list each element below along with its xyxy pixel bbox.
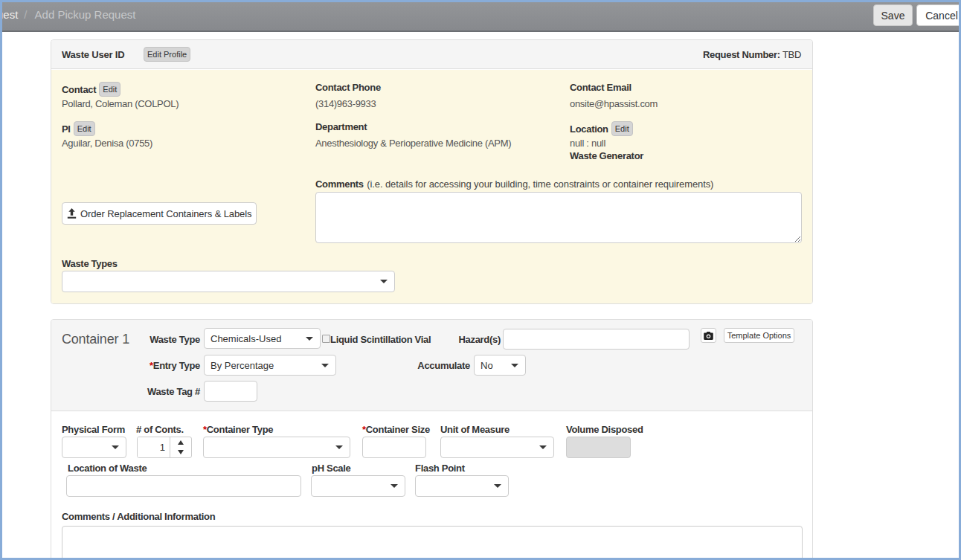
flash-point-label: Flash Point <box>415 463 465 474</box>
entry-type-value: By Percentage <box>205 360 321 371</box>
department-label: Department <box>315 121 367 132</box>
container-size-label: *Container Size <box>362 424 430 435</box>
location-label: Location <box>570 123 608 135</box>
contact-email-label: Contact Email <box>570 82 631 93</box>
camera-button[interactable] <box>701 328 716 343</box>
request-number: Request Number: TBD <box>703 49 801 60</box>
waste-type-value: Chemicals-Used <box>205 333 306 344</box>
spinner-up-button[interactable] <box>170 437 191 448</box>
entry-type-label-text: Entry Type <box>153 360 200 371</box>
panel-title: Waste User ID <box>62 49 124 60</box>
unit-of-measure-label: Unit of Measure <box>440 424 510 435</box>
contact-email-value: onsite@hpassist.com <box>570 98 658 109</box>
upload-arrow-shape <box>68 208 74 216</box>
waste-tag-label: Waste Tag # <box>126 386 200 397</box>
save-button[interactable]: Save <box>873 4 913 26</box>
location-edit-button[interactable]: Edit <box>611 121 633 136</box>
upload-icon <box>67 208 77 219</box>
waste-type-label: Waste Type <box>126 334 200 345</box>
location-of-waste-input[interactable] <box>66 475 301 497</box>
order-replacement-button[interactable]: Order Replacement Containers & Labels <box>62 202 257 225</box>
location-of-waste-label: Location of Waste <box>68 463 147 474</box>
upload-base-shape <box>68 217 76 219</box>
unit-of-measure-select[interactable] <box>440 437 554 458</box>
waste-types-label: Waste Types <box>62 258 118 269</box>
container-panel-heading: Container1 Waste Type Chemicals-Used Liq… <box>51 320 812 411</box>
waste-types-select[interactable] <box>62 271 395 292</box>
arrow-up-icon <box>178 440 184 445</box>
breadcrumb-separator: / <box>24 8 27 21</box>
spinner-down-button[interactable] <box>170 448 191 458</box>
hazards-input[interactable] <box>503 329 690 350</box>
comments-hint: (i.e. details for accessing your buildin… <box>367 178 713 190</box>
container-type-label-text: Container Type <box>207 424 273 435</box>
comments-additional-label: Comments / Additional Information <box>62 511 215 522</box>
chevron-down-icon <box>539 445 547 449</box>
chevron-down-icon <box>494 484 501 488</box>
entry-type-label: *Entry Type <box>126 360 200 371</box>
breadcrumb-previous[interactable]: uest <box>0 8 18 21</box>
flash-point-select[interactable] <box>415 475 509 497</box>
comments-label: Comments <box>315 178 364 190</box>
contact-label-row: ContactEdit <box>62 82 120 97</box>
waste-tag-input[interactable] <box>204 381 257 402</box>
request-number-value: TBD <box>782 49 801 60</box>
arrow-down-icon <box>178 450 184 454</box>
container-type-select[interactable] <box>203 437 350 458</box>
volume-disposed-label: Volume Disposed <box>566 424 643 435</box>
chevron-down-icon <box>511 364 518 367</box>
pi-value: Aguilar, Denisa (0755) <box>62 138 152 149</box>
breadcrumb-current: Add Pickup Request <box>35 8 136 21</box>
container-type-label: *Container Type <box>203 424 273 435</box>
cancel-button[interactable]: Cancel <box>916 4 961 26</box>
container-size-label-text: Container Size <box>366 424 430 435</box>
department-value: Anesthesiology & Perioperative Medicine … <box>315 138 511 149</box>
num-conts-input[interactable] <box>138 437 170 457</box>
accumulate-label: Accumulate <box>376 360 470 371</box>
edit-profile-button[interactable]: Edit Profile <box>144 47 190 62</box>
camera-shape <box>704 332 713 340</box>
physical-form-label: Physical Form <box>62 424 125 435</box>
comments-additional-textarea[interactable] <box>62 526 803 560</box>
num-conts-spinner[interactable] <box>137 437 192 458</box>
accumulate-value: No <box>475 360 511 371</box>
chevron-down-icon <box>335 445 343 449</box>
contact-edit-button[interactable]: Edit <box>99 82 120 97</box>
camera-icon <box>704 332 713 340</box>
template-options-button[interactable]: Template Options <box>724 328 794 343</box>
location-value: null : null <box>570 138 605 149</box>
spinner-arrows <box>170 437 191 457</box>
contact-label: Contact <box>62 84 96 95</box>
chevron-down-icon <box>112 445 119 449</box>
chevron-down-icon <box>390 484 398 488</box>
chevron-down-icon <box>321 364 329 367</box>
waste-generator-label: Waste Generator <box>570 150 643 161</box>
contact-phone-value: (314)963-9933 <box>315 98 376 109</box>
contact-phone-label: Contact Phone <box>315 82 381 93</box>
pi-edit-button[interactable]: Edit <box>74 121 95 136</box>
comments-textarea[interactable] <box>315 192 802 243</box>
entry-type-select[interactable]: By Percentage <box>204 355 336 376</box>
chevron-down-icon <box>306 337 313 341</box>
request-number-label: Request Number: <box>703 49 780 60</box>
accumulate-select[interactable]: No <box>474 355 526 376</box>
physical-form-select[interactable] <box>62 437 126 458</box>
ph-scale-select[interactable] <box>311 475 405 497</box>
hazards-label: Hazard(s) <box>411 334 501 345</box>
pi-label: PI <box>62 123 71 135</box>
container-title: Container1 <box>62 332 129 347</box>
chevron-down-icon <box>380 280 388 283</box>
container-title-text: Container <box>62 332 118 347</box>
ph-scale-label: pH Scale <box>312 463 351 474</box>
waste-type-select[interactable]: Chemicals-Used <box>204 328 321 349</box>
pi-label-row: PIEdit <box>62 121 95 136</box>
waste-user-panel: Waste User ID Edit Profile Request Numbe… <box>51 39 813 304</box>
lsv-checkbox[interactable] <box>322 335 330 343</box>
waste-user-panel-body: ContactEdit Pollard, Coleman (COLPOL) PI… <box>51 70 812 303</box>
order-replacement-label: Order Replacement Containers & Labels <box>80 208 251 219</box>
container-size-input[interactable] <box>362 437 426 458</box>
breadcrumb: uest/Add Pickup Request <box>0 8 135 21</box>
location-label-row: LocationEdit <box>570 121 633 136</box>
app-window: uest/Add Pickup Request Save Cancel Wast… <box>0 0 961 560</box>
waste-user-panel-heading: Waste User ID Edit Profile Request Numbe… <box>51 40 812 69</box>
